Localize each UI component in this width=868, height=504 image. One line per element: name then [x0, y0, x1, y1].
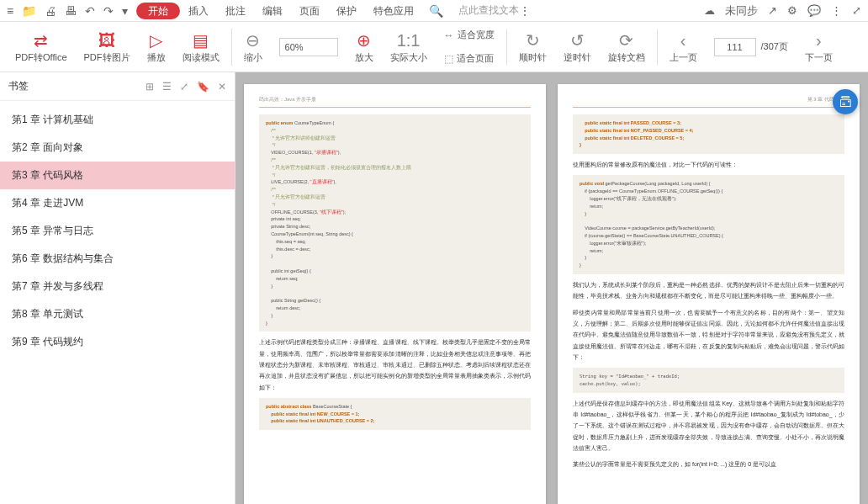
tab-annotate[interactable]: 批注 [217, 0, 254, 22]
undo-icon[interactable]: ↶ [85, 4, 95, 18]
toc-item-4[interactable]: 第4 章 走进JVM [0, 189, 235, 217]
viewer[interactable]: 码出高效：Java 开发手册 public enum CourseTypeEnu… [236, 72, 868, 504]
code-block-2: public abstract class BaseCourseState { … [259, 398, 531, 430]
paragraph-r4: 上述代码是保存信息到缓存中的方法，即使用魔法值组装 Key。这就导致各个调用方到… [573, 398, 844, 454]
tool-fitwidth[interactable]: ↔适合宽度 [441, 24, 498, 47]
page-input[interactable]: 111 [714, 38, 756, 56]
tool-actualsize[interactable]: 1:1实际大小 [382, 22, 436, 72]
tool-label: PDF转Office [15, 51, 67, 64]
tool-readmode[interactable]: ▤阅读模式 [174, 22, 228, 72]
zoom-level[interactable]: 60% [271, 22, 347, 72]
readmode-icon: ▤ [193, 29, 209, 51]
menubar: ≡ 📁 🖨 🖶 ↶ ↷ ▾ 开始 插入 批注 编辑 页面 保护 特色应用 🔍 点… [0, 0, 868, 22]
tool-label: 缩小 [244, 51, 262, 64]
save-icon[interactable]: 🖨 [45, 4, 56, 18]
sidebar-title: 书签 [8, 79, 29, 93]
page-indicator: 111 /307页 [706, 22, 797, 72]
toc-item-5[interactable]: 第5 章 异常与日志 [0, 217, 235, 245]
tool-label: 逆时针 [564, 51, 591, 64]
sidebar-close-icon[interactable]: ✕ [218, 81, 226, 93]
tab-insert[interactable]: 插入 [180, 0, 217, 22]
tool-pdf2img[interactable]: 🖼PDF转图片 [76, 22, 139, 72]
tool-label: 顺时针 [519, 51, 547, 64]
code-block-3: public static final int PASSED_COURSE = … [573, 114, 844, 154]
page-header-left: 码出高效：Java 开发手册 [259, 96, 531, 103]
pdf2office-icon: ⇄ [34, 29, 48, 51]
expand-icon[interactable]: ⤢ [852, 4, 861, 17]
tool-rotate[interactable]: ⟳旋转文档 [600, 22, 654, 72]
menu-more-icon[interactable]: ⋮ [831, 4, 842, 17]
sidebar-list-icon[interactable]: ☰ [162, 81, 172, 93]
search-icon[interactable]: 🔍 [429, 4, 443, 18]
tool-label: 上一页 [670, 51, 697, 64]
tool-fitpage[interactable]: ⬚适合页面 [441, 47, 498, 71]
sidebar-header: 书签 ⊞ ☰ ⤢ 🔖 ✕ [0, 72, 235, 101]
page-total: /307页 [761, 40, 788, 53]
actualsize-icon: 1:1 [397, 29, 421, 51]
tool-zoomout[interactable]: ⊖缩小 [236, 22, 271, 72]
tool-label: 放大 [355, 51, 373, 64]
toc-item-7[interactable]: 第7 章 并发与多线程 [0, 273, 235, 300]
toc-item-9[interactable]: 第9 章 代码规约 [0, 328, 235, 356]
settings-icon[interactable]: ⚙ [787, 4, 797, 17]
zoomout-icon: ⊖ [246, 29, 260, 51]
toc-item-3[interactable]: 第3 章 代码风格 [0, 162, 235, 189]
cw-icon: ↻ [526, 29, 540, 51]
tab-page[interactable]: 页面 [291, 0, 328, 22]
redo-icon[interactable]: ↷ [103, 4, 114, 18]
nextpage-icon: › [816, 29, 822, 51]
toc-item-2[interactable]: 第2 章 面向对象 [0, 134, 235, 162]
tool-zoomin[interactable]: ⊕放大 [347, 22, 382, 72]
zoomin-icon: ⊕ [357, 29, 371, 51]
tool-prevpage[interactable]: ‹上一页 [661, 22, 706, 72]
share-icon[interactable]: ↗ [768, 4, 777, 17]
play-icon: ▷ [150, 29, 162, 51]
paragraph-r5: 某些公认的字面常量是不需要预先定义的，如 for(int i=0; ...) 这… [573, 459, 844, 470]
tool-pdf2office[interactable]: ⇄PDF转Office [7, 22, 76, 72]
toc: 第1 章 计算机基础 第2 章 面向对象 第3 章 代码风格 第4 章 走进JV… [0, 101, 235, 504]
search-placeholder[interactable]: 点此查找文本 [458, 3, 519, 18]
pdf2img-icon: 🖼 [98, 29, 115, 51]
tab-protect[interactable]: 保护 [328, 0, 365, 22]
sidebar-bookmark-icon[interactable]: 🔖 [197, 81, 209, 93]
sync-status[interactable]: 未同步 [725, 3, 758, 19]
tool-play[interactable]: ▷播放 [139, 22, 174, 72]
tool-nextpage[interactable]: ›下一页 [797, 22, 841, 72]
toc-item-6[interactable]: 第6 章 数据结构与集合 [0, 245, 235, 273]
paragraph-r1: 使用重构后的常量修改原有的魔法值，对比一下代码的可读性： [573, 159, 844, 170]
menu-icon[interactable]: ≡ [7, 4, 13, 18]
tool-ccw[interactable]: ↺逆时针 [555, 22, 600, 72]
tab-special[interactable]: 特色应用 [365, 0, 422, 22]
zoom-input[interactable]: 60% [279, 38, 338, 56]
tool-cw[interactable]: ↻顺时针 [511, 22, 555, 72]
toc-item-1[interactable]: 第1 章 计算机基础 [0, 106, 235, 134]
ccw-icon: ↺ [570, 29, 585, 51]
dropdown-icon[interactable]: ▾ [122, 4, 128, 18]
float-translate-button[interactable]: 🖆 [833, 89, 858, 114]
tool-label: 阅读模式 [183, 51, 220, 64]
sidebar-add-icon[interactable]: ⊞ [146, 81, 154, 93]
folder-icon[interactable]: 📁 [22, 4, 36, 18]
page-left: 码出高效：Java 开发手册 public enum CourseTypeEnu… [244, 84, 546, 504]
page-right: 第 3 章 代码风格 public static final int PASSE… [558, 84, 860, 504]
sidebar: 书签 ⊞ ☰ ⤢ 🔖 ✕ 第1 章 计算机基础 第2 章 面向对象 第3 章 代… [0, 72, 236, 504]
prevpage-icon: ‹ [680, 29, 686, 51]
more-icon[interactable]: ⋮ [519, 4, 531, 18]
chat-icon[interactable]: 💬 [807, 4, 821, 17]
paragraph-1: 上述示例代码把课程类型分成三种：录播课程、直播课程、线下课程。枚举类型几乎是固定… [259, 337, 531, 392]
tool-label: 下一页 [805, 51, 833, 64]
toc-item-8[interactable]: 第8 章 单元测试 [0, 300, 235, 328]
toolbar: ⇄PDF转Office 🖼PDF转图片 ▷播放 ▤阅读模式 ⊖缩小 60% ⊕放… [0, 22, 868, 72]
print-icon[interactable]: 🖶 [65, 4, 77, 18]
tool-label: PDF转图片 [84, 51, 130, 64]
main: 书签 ⊞ ☰ ⤢ 🔖 ✕ 第1 章 计算机基础 第2 章 面向对象 第3 章 代… [0, 72, 868, 504]
tool-label: 旋转文档 [608, 51, 645, 64]
tab-edit[interactable]: 编辑 [254, 0, 291, 22]
code-block-5: String key = "Id#taobao_" + tradeId; cac… [573, 368, 844, 393]
sync-icon[interactable]: ☁ [704, 4, 715, 17]
sidebar-expand-icon[interactable]: ⤢ [180, 81, 188, 93]
tab-start[interactable]: 开始 [136, 3, 180, 19]
code-block-4: public void getPackageCourse(Long packag… [573, 175, 844, 274]
fitwidth-icon: ↔ [444, 30, 454, 40]
tool-label: 实际大小 [390, 51, 427, 64]
